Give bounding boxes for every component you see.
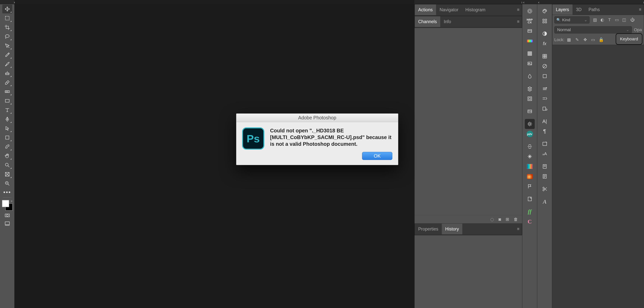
tab-layers[interactable]: Layers <box>552 4 572 15</box>
crop-tool[interactable] <box>2 23 12 32</box>
quick-selection-tool[interactable] <box>2 41 12 50</box>
filter-adjustment-icon[interactable]: ◐ <box>600 17 605 22</box>
magnifier-tool[interactable] <box>2 179 12 188</box>
brush-tool[interactable] <box>2 60 12 68</box>
lock-image-icon[interactable]: ✎ <box>574 37 580 42</box>
panel-icon-flag[interactable] <box>525 181 535 191</box>
filter-type-icon[interactable]: T <box>607 17 612 22</box>
ok-button[interactable]: OK <box>362 152 392 160</box>
tab-3d[interactable]: 3D <box>572 4 585 15</box>
panel-icon-p2v[interactable]: p2v <box>525 129 535 139</box>
artboard-tool[interactable] <box>2 133 12 142</box>
curvature-pen-tool[interactable] <box>2 142 12 151</box>
panel-icon-character[interactable]: A| <box>540 116 550 126</box>
lock-artboard-icon[interactable]: ▭ <box>590 37 596 42</box>
save-selection-icon[interactable]: ◙ <box>498 217 501 222</box>
panel-icon-c[interactable]: C <box>525 217 535 226</box>
panel-icon-grid[interactable] <box>525 49 535 59</box>
panel-icon-infinite[interactable] <box>525 36 535 46</box>
shape-tool[interactable] <box>2 96 12 105</box>
gradient-tool[interactable] <box>2 87 12 96</box>
panel-icon-color[interactable] <box>540 6 550 16</box>
hand-tool[interactable] <box>2 152 12 160</box>
tab-navigator[interactable]: Navigator <box>436 4 462 15</box>
tab-histogram[interactable]: Histogram <box>462 4 489 15</box>
load-selection-icon[interactable]: ◌ <box>490 217 494 222</box>
pen-tool[interactable] <box>2 115 12 124</box>
panel-icon-paragraph[interactable]: ¶ <box>540 126 550 136</box>
screen-mode-toggle[interactable] <box>3 220 12 227</box>
panel-menu-icon[interactable]: ≡ <box>514 226 522 231</box>
zoom-tool[interactable] <box>2 161 12 169</box>
foreground-color-swatch[interactable] <box>2 200 9 207</box>
lasso-tool[interactable] <box>2 32 12 41</box>
panel-menu-icon[interactable]: ≡ <box>514 19 522 24</box>
eyedropper-tool[interactable] <box>2 50 12 59</box>
panel-icon-droplet[interactable] <box>525 71 535 81</box>
panel-icon-strikethrough[interactable] <box>525 142 535 152</box>
panel-icon-sparkle[interactable] <box>525 152 535 161</box>
panel-icon-note[interactable] <box>525 194 535 204</box>
panel-icon-adjustments[interactable] <box>540 29 550 39</box>
frame-tool[interactable] <box>2 170 12 179</box>
blend-mode-select[interactable]: Normal ⌄ <box>554 26 632 33</box>
clone-stamp-tool[interactable] <box>2 69 12 78</box>
tab-info[interactable]: Info <box>440 16 454 27</box>
eraser-tool[interactable] <box>2 78 12 87</box>
type-tool[interactable] <box>2 106 12 114</box>
filter-pixel-icon[interactable]: ▧ <box>592 17 598 22</box>
lock-position-icon[interactable]: ✥ <box>582 37 588 42</box>
toolbar-more-icon[interactable]: ••• <box>3 188 11 197</box>
filter-shape-icon[interactable]: ▭ <box>614 17 620 22</box>
tab-properties[interactable]: Properties <box>415 224 442 234</box>
panel-icon-shapes[interactable] <box>540 71 550 81</box>
panel-icon-pattern[interactable] <box>540 51 550 61</box>
panel-icon-comments[interactable] <box>540 171 550 181</box>
panel-icon-libraries[interactable] <box>525 94 535 104</box>
tab-actions[interactable]: Actions <box>415 4 436 15</box>
panel-icon-clone-source[interactable] <box>540 94 550 104</box>
svg-rect-2 <box>5 91 10 93</box>
panel-icon-swatches-grid[interactable] <box>540 16 550 26</box>
panel-icon-gradients[interactable] <box>540 61 550 71</box>
panel-icon-colorbar[interactable] <box>525 161 535 171</box>
panel-menu-icon[interactable]: ≡ <box>636 7 644 12</box>
color-swatches[interactable]: ⤭ <box>2 200 13 211</box>
panel-icon-notes[interactable] <box>540 161 550 171</box>
filter-toggle-icon[interactable]: ⏻ <box>630 17 635 22</box>
panel-icon-character-styles[interactable] <box>540 104 550 114</box>
panel-icon-swatches-a[interactable] <box>525 26 535 36</box>
chevron-down-icon: ⌄ <box>584 18 588 22</box>
panel-icon-layers-stack[interactable] <box>525 84 535 94</box>
panel-icon-plugin-gear[interactable] <box>525 119 535 129</box>
lock-transparency-icon[interactable]: ▩ <box>566 37 572 42</box>
panel-icon-flame[interactable] <box>525 171 535 181</box>
move-tool[interactable] <box>2 4 12 13</box>
panel-icon-glyphs-b[interactable] <box>540 139 550 149</box>
panel-icon-typekit[interactable]: ₐA <box>540 149 550 159</box>
lock-all-icon[interactable]: 🔒 <box>598 37 604 42</box>
filter-smart-icon[interactable]: ◫ <box>622 17 627 22</box>
delete-channel-icon[interactable]: 🗑 <box>514 217 518 222</box>
panel-icon-brush-settings[interactable] <box>540 84 550 94</box>
quick-mask-toggle[interactable] <box>3 212 12 219</box>
tab-history[interactable]: History <box>442 224 462 234</box>
panel-menu-icon[interactable]: ≡ <box>514 7 522 12</box>
panel-icon-ff[interactable]: ff <box>525 207 535 217</box>
panel-icon-glyphs[interactable]: A <box>540 197 550 207</box>
tab-channels[interactable]: Channels <box>415 16 440 27</box>
svg-point-10 <box>6 214 8 216</box>
panel-icon-image-c[interactable] <box>525 106 535 116</box>
marquee-tool[interactable] <box>2 14 12 22</box>
layer-filter-kind-select[interactable]: 🔍 Kind ⌄ <box>554 16 590 23</box>
tab-paths[interactable]: Paths <box>585 4 603 15</box>
swap-colors-icon[interactable]: ⤭ <box>10 199 13 203</box>
panel-icon-nbp-cx[interactable]: NBPCX <box>525 16 535 26</box>
panel-icon-camera-raw[interactable] <box>525 6 535 16</box>
panel-icon-styles[interactable]: fx <box>540 39 550 49</box>
dialog-message: Could not open "._HD3018 BE [MULTI_CoBYb… <box>270 127 392 150</box>
panel-icon-scissors[interactable] <box>540 184 550 194</box>
new-channel-icon[interactable]: ⊞ <box>506 217 509 222</box>
path-selection-tool[interactable] <box>2 124 12 133</box>
panel-icon-image-b[interactable] <box>525 59 535 68</box>
